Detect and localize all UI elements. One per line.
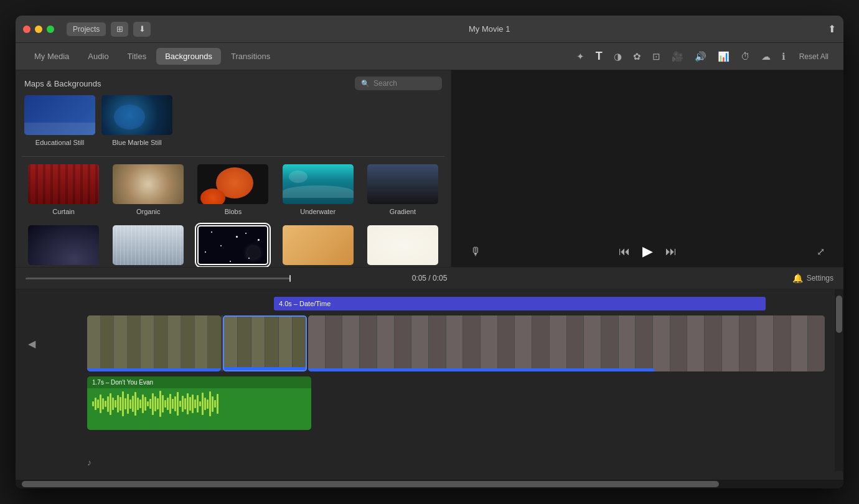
bell-icon: 🔔 bbox=[792, 273, 803, 283]
clip-frame bbox=[567, 315, 584, 371]
timeline-scrollbar[interactable] bbox=[835, 289, 843, 471]
clip-frame bbox=[481, 315, 497, 371]
audio-track[interactable]: 1.7s – Don't You Evan bbox=[87, 376, 311, 430]
list-item[interactable]: Stars bbox=[194, 225, 272, 267]
waveform-bar bbox=[107, 396, 109, 412]
industrial-thumb bbox=[28, 225, 99, 265]
audio-waveform bbox=[87, 388, 311, 419]
skip-forward-button[interactable]: ⏭ bbox=[665, 245, 677, 258]
crop-tool-icon[interactable]: ⊡ bbox=[650, 49, 663, 65]
tab-titles[interactable]: Titles bbox=[119, 48, 156, 65]
projects-button[interactable]: Projects bbox=[67, 22, 106, 36]
clip-frame bbox=[429, 315, 446, 371]
waveform-bar bbox=[149, 399, 151, 409]
blobs-thumb bbox=[197, 164, 268, 204]
list-item[interactable]: Paper bbox=[364, 225, 442, 267]
video-clip-1[interactable] bbox=[87, 315, 221, 371]
search-icon: 🔍 bbox=[361, 80, 370, 88]
grid-view-button[interactable]: ⊞ bbox=[111, 22, 128, 37]
fullscreen-icon[interactable]: ⤢ bbox=[817, 246, 825, 258]
waveform-bar bbox=[112, 398, 114, 410]
clip-frame bbox=[293, 317, 306, 370]
app-window: Projects ⊞ ⬇ My Movie 1 ⬆ My Media Audio… bbox=[16, 16, 843, 488]
panel-content: Educational Still Blue Marble Still bbox=[16, 95, 451, 267]
bg-grid-row1: Curtain Organic Blobs bbox=[22, 162, 444, 218]
list-item[interactable]: Blue Marble Still bbox=[101, 95, 172, 146]
play-button[interactable]: ▶ bbox=[642, 243, 653, 259]
minimize-button[interactable] bbox=[35, 26, 42, 33]
panel-header: Maps & Backgrounds 🔍 bbox=[16, 70, 451, 95]
educational-still-thumb bbox=[24, 95, 95, 135]
list-item[interactable]: Industrial bbox=[24, 225, 103, 267]
waveform-bar bbox=[137, 398, 139, 410]
skip-back-button[interactable]: ⏮ bbox=[619, 245, 630, 258]
waveform-bar bbox=[164, 400, 166, 408]
maximize-button[interactable] bbox=[47, 26, 54, 33]
clip-frame bbox=[653, 315, 670, 371]
waveform-bar bbox=[122, 391, 124, 416]
track-arrow-left[interactable]: ◀ bbox=[26, 335, 38, 352]
tab-backgrounds[interactable]: Backgrounds bbox=[156, 48, 221, 65]
list-item[interactable]: Pinstripes bbox=[109, 225, 187, 267]
info-tool-icon[interactable]: ℹ bbox=[779, 49, 788, 65]
waveform-bar bbox=[214, 400, 216, 408]
clip-frame bbox=[195, 315, 208, 371]
audio-tool-icon[interactable]: 🔊 bbox=[692, 49, 709, 65]
video-clip-3[interactable] bbox=[308, 315, 825, 371]
list-item[interactable]: Blobs bbox=[194, 164, 272, 215]
waveform-bar bbox=[139, 399, 141, 408]
speed-tool-icon[interactable]: ⏱ bbox=[738, 49, 753, 64]
video-clip-2[interactable] bbox=[223, 315, 307, 371]
filter-tool-icon[interactable]: ✿ bbox=[631, 49, 644, 65]
waveform-bar bbox=[152, 393, 154, 415]
list-item[interactable]: Underwater bbox=[279, 164, 357, 215]
title-overlay-bar[interactable]: 4.0s – Date/Time bbox=[274, 297, 766, 310]
tab-audio[interactable]: Audio bbox=[79, 48, 117, 65]
list-item[interactable]: Retro bbox=[279, 225, 357, 267]
text-tool-icon[interactable]: T bbox=[593, 47, 605, 65]
scroll-thumb[interactable] bbox=[22, 481, 719, 487]
import-button[interactable]: ⬇ bbox=[133, 22, 151, 37]
left-panel: Maps & Backgrounds 🔍 Educational Still bbox=[16, 70, 451, 267]
camera-tool-icon[interactable]: 🎥 bbox=[669, 49, 686, 65]
magic-wand-icon[interactable]: ✦ bbox=[574, 49, 587, 65]
noise-tool-icon[interactable]: ☁ bbox=[759, 49, 773, 65]
clip-frame bbox=[446, 315, 463, 371]
search-input[interactable] bbox=[373, 79, 436, 88]
list-item[interactable]: Organic bbox=[109, 164, 187, 215]
clip-selection-bar-3 bbox=[308, 368, 654, 371]
clip-frame bbox=[808, 315, 825, 371]
timeline-scroll-bar[interactable] bbox=[16, 480, 843, 488]
preview-area bbox=[451, 70, 843, 236]
blobs-label: Blobs bbox=[225, 208, 242, 215]
microphone-icon[interactable]: 🎙 bbox=[470, 245, 481, 258]
retro-thumb bbox=[283, 225, 354, 265]
list-item[interactable]: Gradient bbox=[364, 164, 442, 215]
timeline-scrubber[interactable] bbox=[26, 278, 291, 279]
color-tool-icon[interactable]: ◑ bbox=[611, 49, 624, 65]
title-overlay-label: 4.0s – Date/Time bbox=[279, 300, 331, 307]
underwater-thumb bbox=[283, 164, 354, 204]
tab-my-media[interactable]: My Media bbox=[26, 48, 78, 65]
list-item[interactable]: Educational Still bbox=[24, 95, 95, 146]
waveform-bar bbox=[159, 391, 161, 417]
waveform-bar bbox=[177, 392, 179, 416]
waveform-bar bbox=[144, 397, 146, 411]
share-button[interactable]: ⬆ bbox=[828, 23, 836, 35]
close-button[interactable] bbox=[23, 26, 31, 33]
settings-button[interactable]: Settings bbox=[807, 274, 833, 282]
search-box[interactable]: 🔍 bbox=[355, 77, 442, 90]
timeline-content: 4.0s – Date/Time ◀ bbox=[16, 289, 843, 480]
clip-frame bbox=[532, 315, 549, 371]
toolbar: My Media Audio Titles Backgrounds Transi… bbox=[16, 43, 843, 70]
waveform-bar bbox=[110, 393, 111, 415]
clip-frame bbox=[251, 317, 265, 370]
tab-transitions[interactable]: Transitions bbox=[222, 48, 279, 65]
clip-selection-bar bbox=[87, 368, 221, 371]
waveform-bar bbox=[95, 398, 96, 410]
clip-frame bbox=[619, 315, 636, 371]
scrollbar-thumb[interactable] bbox=[836, 296, 842, 333]
chart-tool-icon[interactable]: 📊 bbox=[715, 49, 732, 65]
list-item[interactable]: Curtain bbox=[24, 164, 103, 215]
reset-all-button[interactable]: Reset All bbox=[794, 50, 833, 63]
